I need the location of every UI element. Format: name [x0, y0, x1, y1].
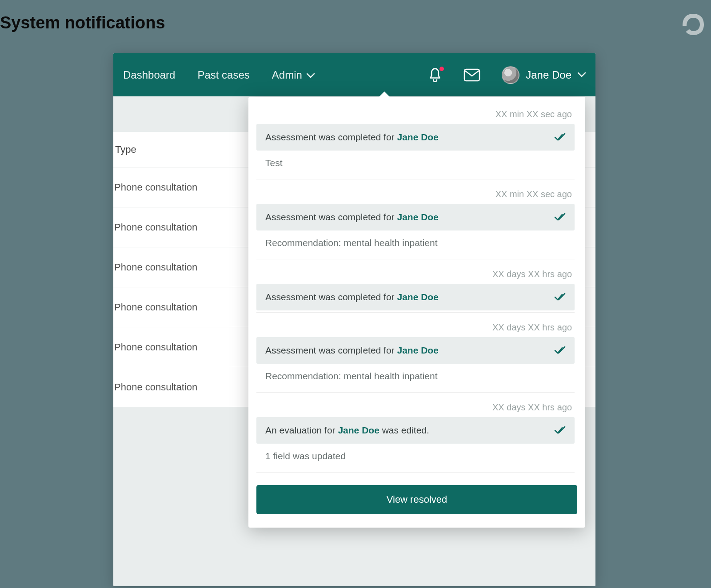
notification-time: XX days XX hrs ago — [256, 261, 575, 284]
notification-header[interactable]: An evaluation for Jane Doe was edited. — [256, 417, 575, 444]
check-icon[interactable] — [554, 346, 566, 355]
view-resolved-button[interactable]: View resolved — [256, 485, 577, 514]
check-icon[interactable] — [554, 133, 566, 142]
avatar — [502, 66, 519, 84]
notification-title: Assessment was completed for Jane Doe — [265, 132, 439, 143]
notification-header[interactable]: Assessment was completed for Jane Doe — [256, 124, 575, 151]
notification-subject[interactable]: Jane Doe — [397, 212, 438, 222]
notification-header[interactable]: Assessment was completed for Jane Doe — [256, 337, 575, 364]
notification-item: XX days XX hrs agoAssessment was complet… — [256, 314, 575, 393]
notification-title: Assessment was completed for Jane Doe — [265, 212, 439, 222]
notification-title: Assessment was completed for Jane Doe — [265, 345, 439, 356]
topbar: Dashboard Past cases Admin — [113, 53, 595, 96]
notification-subject[interactable]: Jane Doe — [338, 425, 379, 435]
brand-logo-icon — [680, 11, 707, 38]
notification-time: XX min XX sec ago — [256, 181, 575, 204]
notifications-panel: XX min XX sec agoAssessment was complete… — [248, 97, 585, 528]
notification-header[interactable]: Assessment was completed for Jane Doe — [256, 284, 575, 310]
check-icon[interactable] — [554, 293, 566, 302]
notification-title: An evaluation for Jane Doe was edited. — [265, 425, 429, 436]
notification-header[interactable]: Assessment was completed for Jane Doe — [256, 204, 575, 230]
notification-item: XX min XX sec agoAssessment was complete… — [256, 101, 575, 179]
panel-caret — [378, 91, 391, 98]
nav-dashboard[interactable]: Dashboard — [123, 69, 175, 81]
notification-item: XX days XX hrs agoAssessment was complet… — [256, 261, 575, 313]
user-name: Jane Doe — [526, 69, 571, 81]
page-title: System notifications — [0, 13, 165, 32]
messages-button[interactable] — [463, 68, 480, 82]
notification-subject[interactable]: Jane Doe — [397, 292, 438, 302]
nav-admin-label: Admin — [272, 69, 302, 81]
notification-title: Assessment was completed for Jane Doe — [265, 292, 439, 302]
app-frame: Dashboard Past cases Admin — [113, 53, 595, 586]
notification-time: XX days XX hrs ago — [256, 314, 575, 337]
notification-subject[interactable]: Jane Doe — [397, 132, 438, 142]
notification-time: XX min XX sec ago — [256, 101, 575, 124]
notification-dot — [439, 66, 445, 72]
notification-body: Recommendation: mental health inpatient — [256, 364, 575, 390]
notifications-scroll[interactable]: XX min XX sec agoAssessment was complete… — [248, 97, 585, 474]
notification-body: 1 field was updated — [256, 444, 575, 470]
svg-rect-0 — [464, 69, 479, 81]
notification-body: Test — [256, 151, 575, 177]
chevron-down-icon — [578, 72, 586, 78]
nav-past-cases[interactable]: Past cases — [197, 69, 249, 81]
notifications-button[interactable] — [428, 68, 442, 83]
notification-time: XX days XX hrs ago — [256, 394, 575, 417]
envelope-icon — [463, 68, 480, 82]
user-menu[interactable]: Jane Doe — [502, 66, 586, 84]
nav-admin[interactable]: Admin — [272, 69, 315, 81]
check-icon[interactable] — [554, 213, 566, 222]
notification-subject[interactable]: Jane Doe — [397, 345, 438, 355]
notification-item: XX min XX sec agoAssessment was complete… — [256, 181, 575, 259]
chevron-down-icon — [307, 73, 315, 79]
notification-item: XX days XX hrs agoAn evaluation for Jane… — [256, 394, 575, 473]
notification-body: Recommendation: mental health inpatient — [256, 230, 575, 257]
check-icon[interactable] — [554, 426, 566, 435]
